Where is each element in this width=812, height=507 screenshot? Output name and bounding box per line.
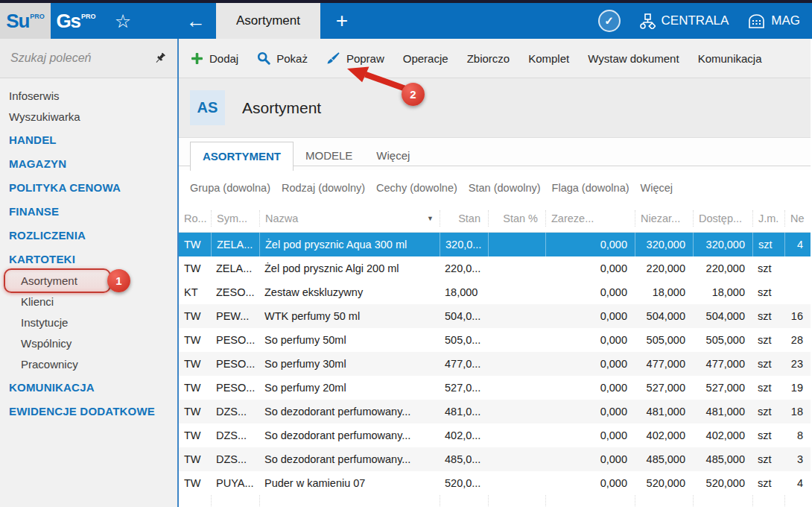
- filter-stan-dowolny[interactable]: Stan (dowolny): [469, 182, 541, 194]
- table-row[interactable]: KTZESO...Zestaw ekskluzywny18,0000,00018…: [179, 280, 811, 304]
- subiekt-logo[interactable]: SuPRO: [0, 3, 51, 39]
- cell-dostęp: 481,000: [693, 406, 752, 418]
- view-tabs: ASORTYMENTMODELEWięcej: [179, 138, 811, 170]
- cell-j-m: szt: [752, 286, 784, 298]
- status-check-icon[interactable]: ✓: [598, 10, 621, 32]
- toolbar-button-label: Wystaw dokument: [588, 52, 679, 65]
- toolbar-button-label: Dodaj: [209, 52, 238, 65]
- table-row[interactable]: TWDZS...So dezodorant perfumowany...481,…: [179, 400, 811, 423]
- column-header-sym[interactable]: Sym...: [211, 210, 259, 227]
- sidebar-item-asortyment[interactable]: 1Asortyment: [0, 271, 177, 292]
- cell-niezar: 527,000: [635, 382, 693, 394]
- filter-cechy-dowolne[interactable]: Cechy (dowolne): [376, 182, 457, 194]
- cell-zareze: 0,000: [545, 334, 635, 346]
- sidebar-item-kartoteki[interactable]: KARTOTEKI: [0, 248, 177, 271]
- main-panel: DodajPokażPoprawOperacjeZbiorczoKompletW…: [179, 39, 811, 507]
- toolbar-button-pokaż[interactable]: Pokaż: [257, 51, 308, 65]
- column-header-ro[interactable]: Ro...: [179, 210, 211, 227]
- column-header-ne[interactable]: Ne: [784, 210, 811, 227]
- open-module-tab[interactable]: Asortyment: [216, 3, 320, 39]
- column-header-dostęp[interactable]: Dostęp...: [693, 210, 752, 227]
- sidebar-item-ewidencje-dodatkowe[interactable]: EWIDENCJE DODATKOWE: [0, 400, 177, 423]
- cell-j-m: szt: [752, 453, 784, 465]
- cell-zareze: 0,000: [545, 286, 635, 298]
- branch-label: CENTRALA: [662, 13, 729, 28]
- cell-niezar: 520,000: [635, 477, 693, 489]
- favorites-star-icon[interactable]: ☆: [101, 3, 145, 39]
- sidebar-item-rozliczenia[interactable]: ROZLICZENIA: [0, 224, 177, 247]
- command-search: Szukaj poleceń: [0, 39, 177, 78]
- sidebar-item-polityka-cenowa[interactable]: POLITYKA CENOWA: [0, 177, 177, 199]
- cell-empty: [440, 495, 488, 506]
- cell-nazwa: Żel pod prysznic Algi 200 ml: [259, 262, 440, 274]
- column-header-niezar[interactable]: Niezar...: [635, 210, 693, 227]
- annotation-highlight-box: [4, 268, 111, 293]
- table-row[interactable]: TWPUYA...Puder w kamieniu 07520,0...0,00…: [179, 471, 811, 495]
- table-row[interactable]: TWZELA...Żel pod prysznic Aqua 300 ml320…: [179, 233, 811, 256]
- column-header-stan[interactable]: Stan %: [488, 210, 545, 227]
- new-tab-plus-icon[interactable]: +: [320, 3, 364, 39]
- column-header-stan[interactable]: Stan: [440, 210, 488, 227]
- back-arrow-icon[interactable]: ←: [145, 3, 216, 39]
- cell-stan: 481,0...: [440, 406, 488, 418]
- table-row[interactable]: TWPEW...WTK perfumy 50 ml504,0...0,00050…: [179, 304, 811, 328]
- tab-modele[interactable]: MODELE: [294, 142, 364, 170]
- cell-dostęp: 220,000: [693, 262, 752, 274]
- branch-selector[interactable]: CENTRALA: [640, 13, 729, 29]
- sidebar-item-komunikacja[interactable]: KOMUNIKACJA: [0, 377, 177, 399]
- tab-asortyment[interactable]: ASORTYMENT: [190, 142, 294, 171]
- column-header-j-m[interactable]: J.m.: [752, 210, 784, 227]
- table-row[interactable]: TWPESO...So perfumy 50ml505,0...0,000505…: [179, 328, 811, 352]
- table-empty-tail: [179, 495, 811, 506]
- sidebar-item-klienci[interactable]: Klienci: [0, 292, 177, 312]
- sidebar-item-handel[interactable]: HANDEL: [0, 129, 177, 151]
- cell-zareze: 0,000: [545, 429, 635, 441]
- toolbar-button-wystaw-dokument[interactable]: Wystaw dokument: [588, 52, 679, 65]
- cell-stan: 527,0...: [440, 382, 488, 394]
- pin-icon[interactable]: [153, 51, 167, 65]
- annotation-step-2: 2: [402, 83, 425, 106]
- cell-j-m: szt: [752, 477, 784, 489]
- cell-stan: 402,0...: [440, 429, 488, 441]
- table-row[interactable]: TWDZS...So dezodorant perfumowany...485,…: [179, 447, 811, 471]
- toolbar-button-komunikacja[interactable]: Komunikacja: [698, 52, 762, 65]
- sidebar: Szukaj poleceń InfoserwisWyszukiwarkaHAN…: [0, 39, 179, 507]
- warehouse-selector[interactable]: MAG: [748, 13, 800, 28]
- sidebar-item-pracownicy[interactable]: Pracownicy: [0, 354, 177, 375]
- sidebar-item-label: HANDEL: [9, 133, 57, 146]
- table-row[interactable]: TWZELA...Żel pod prysznic Algi 200 ml220…: [179, 256, 811, 280]
- cell-j-m: szt: [752, 310, 784, 322]
- cell-empty: [488, 495, 545, 506]
- cell-dostęp: 18,000: [693, 286, 752, 298]
- cell-sym: PESO...: [211, 382, 259, 394]
- sort-descending-icon[interactable]: ▼: [427, 210, 434, 227]
- cell-zareze: 0,000: [545, 233, 635, 256]
- column-header-nazwa[interactable]: Nazwa▼: [259, 210, 440, 227]
- cell-niezar: 18,000: [635, 286, 693, 298]
- sidebar-item-instytucje[interactable]: Instytucje: [0, 312, 177, 333]
- column-header-zareze[interactable]: Zareze...: [545, 210, 635, 227]
- toolbar-button-dodaj[interactable]: Dodaj: [191, 52, 238, 65]
- filter-rodzaj-dowolny[interactable]: Rodzaj (dowolny): [282, 182, 365, 194]
- filter-grupa-dowolna[interactable]: Grupa (dowolna): [190, 182, 270, 194]
- table-row[interactable]: TWPESO...So perfumy 20ml527,0...0,000527…: [179, 376, 811, 400]
- cell-sym: ZELA...: [211, 233, 259, 256]
- sidebar-item-infoserwis[interactable]: Infoserwis: [0, 86, 177, 107]
- cell-nazwa: So perfumy 50ml: [259, 334, 440, 346]
- filter-flaga-dowolna[interactable]: Flaga (dowolna): [552, 182, 629, 194]
- sidebar-item-wspólnicy[interactable]: Wspólnicy: [0, 333, 177, 354]
- sidebar-item-magazyn[interactable]: MAGAZYN: [0, 153, 177, 175]
- sidebar-item-wyszukiwarka[interactable]: Wyszukiwarka: [0, 107, 177, 127]
- sidebar-item-finanse[interactable]: FINANSE: [0, 201, 177, 223]
- cell-ne: 4: [784, 477, 811, 489]
- gestor-logo[interactable]: GsPRO: [51, 3, 101, 39]
- table-row[interactable]: TWPESO...So perfumy 30ml477,0...0,000477…: [179, 352, 811, 376]
- tab-więcej[interactable]: Więcej: [364, 142, 422, 170]
- cell-empty: [635, 495, 693, 506]
- toolbar-button-komplet[interactable]: Komplet: [528, 52, 569, 65]
- cell-niezar: 504,000: [635, 310, 693, 322]
- filter-więcej[interactable]: Więcej: [641, 182, 673, 194]
- toolbar-button-zbiorczo[interactable]: Zbiorczo: [467, 52, 510, 65]
- command-search-input[interactable]: Szukaj poleceń: [10, 51, 153, 65]
- table-row[interactable]: TWDZS...So dezodorant perfumowany...402,…: [179, 423, 811, 447]
